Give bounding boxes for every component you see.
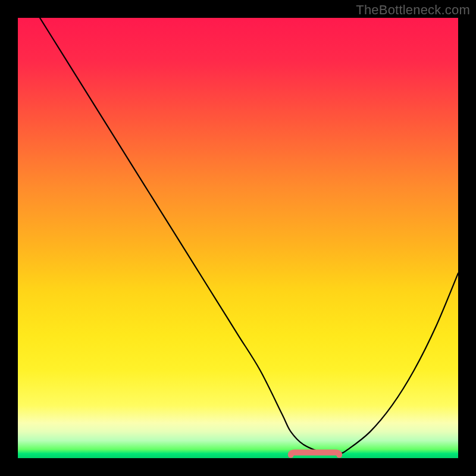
chart-heatmap-background: [18, 18, 458, 458]
optimal-range-bar: [18, 18, 458, 458]
bottleneck-curve: [18, 18, 458, 458]
watermark-text: TheBottleneck.com: [356, 2, 470, 18]
